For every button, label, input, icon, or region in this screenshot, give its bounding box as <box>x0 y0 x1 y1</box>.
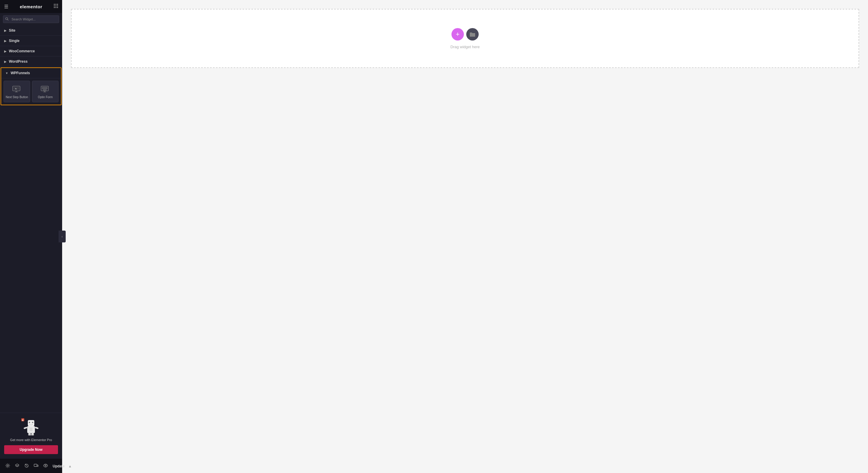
optin-form-icon <box>40 85 50 93</box>
section-woocommerce[interactable]: ▶ WooCommerce <box>0 46 62 57</box>
history-icon[interactable] <box>22 462 31 471</box>
svg-point-27 <box>29 422 30 423</box>
section-single-label: Single <box>9 39 20 43</box>
section-site[interactable]: ▶ Site <box>0 26 62 36</box>
canvas-drop-zone[interactable]: + Drag widget here <box>71 9 859 68</box>
bottom-toolbar: Update ▲ <box>0 459 62 473</box>
widget-search-area <box>0 13 62 26</box>
svg-rect-3 <box>54 6 55 6</box>
widget-next-step-button[interactable]: Next Step Button <box>4 81 30 102</box>
mascot-illustration: E <box>21 418 41 435</box>
svg-rect-19 <box>42 89 47 89</box>
add-widget-button[interactable]: + <box>452 28 464 40</box>
section-wordpress[interactable]: ▶ WordPress <box>0 57 62 67</box>
svg-rect-36 <box>30 428 33 428</box>
responsive-icon[interactable] <box>31 462 41 471</box>
svg-point-39 <box>7 465 8 467</box>
svg-rect-4 <box>55 6 56 6</box>
svg-rect-31 <box>35 427 39 429</box>
chevron-right-icon: ▶ <box>4 39 6 42</box>
update-button[interactable]: Update <box>50 462 67 470</box>
chevron-right-icon: ▶ <box>4 60 6 63</box>
section-wpfunnels-label: WPFunnels <box>11 71 30 75</box>
settings-icon[interactable] <box>3 462 12 471</box>
next-step-button-icon <box>12 85 22 93</box>
svg-rect-20 <box>43 90 46 91</box>
svg-point-43 <box>45 465 46 466</box>
chevron-right-icon: ▶ <box>4 50 6 53</box>
chevron-down-icon: ▼ <box>5 72 8 75</box>
svg-rect-30 <box>24 427 28 429</box>
add-section-button[interactable] <box>466 28 479 40</box>
svg-rect-18 <box>42 87 47 88</box>
widget-optin-form[interactable]: Optin Form <box>32 81 59 102</box>
section-wpfunnels-header[interactable]: ▼ WPFunnels <box>1 68 61 78</box>
section-single[interactable]: ▶ Single <box>0 36 62 46</box>
svg-rect-5 <box>57 6 58 6</box>
section-site-label: Site <box>9 28 16 33</box>
next-step-button-label: Next Step Button <box>6 95 28 99</box>
promo-text: Get more with Elementor Pro <box>10 438 52 442</box>
svg-rect-38 <box>30 430 33 431</box>
main-canvas: + Drag widget here <box>62 0 868 473</box>
svg-rect-41 <box>34 464 37 467</box>
search-input[interactable] <box>3 15 59 23</box>
collapse-arrow-icon: ‹ <box>62 235 62 238</box>
svg-point-28 <box>32 422 33 423</box>
section-woocommerce-label: WooCommerce <box>9 49 35 53</box>
section-wpfunnels: ▼ WPFunnels <box>1 67 62 105</box>
svg-rect-1 <box>55 4 56 5</box>
sidebar: ☰ elementor <box>0 0 62 473</box>
svg-text:E: E <box>22 419 24 421</box>
svg-rect-2 <box>57 4 58 5</box>
sidebar-collapse-toggle[interactable]: ‹ <box>59 231 66 242</box>
grid-menu-icon[interactable] <box>54 4 58 9</box>
brand-logo: elementor <box>20 4 42 9</box>
promo-section: E <box>0 413 62 459</box>
upgrade-now-button[interactable]: Upgrade Now <box>4 445 58 454</box>
svg-rect-7 <box>55 7 56 8</box>
svg-rect-8 <box>57 7 58 8</box>
svg-point-34 <box>28 434 31 435</box>
svg-rect-6 <box>54 7 55 8</box>
widget-sections: ▶ Site ▶ Single ▶ WooCommerce ▶ WordPres… <box>0 26 62 413</box>
svg-rect-37 <box>30 429 33 430</box>
preview-icon[interactable] <box>41 462 50 471</box>
hamburger-menu-icon[interactable]: ☰ <box>4 4 8 9</box>
svg-rect-42 <box>37 465 38 467</box>
chevron-right-icon: ▶ <box>4 29 6 32</box>
section-wordpress-label: WordPress <box>9 60 28 64</box>
optin-form-label: Optin Form <box>38 95 53 99</box>
sidebar-header: ☰ elementor <box>0 0 62 13</box>
wpfunnels-widget-grid: Next Step Button <box>1 78 61 105</box>
canvas-actions: + <box>452 28 479 40</box>
drag-widget-hint: Drag widget here <box>451 45 480 49</box>
svg-rect-0 <box>54 4 55 5</box>
svg-point-35 <box>31 434 34 435</box>
scroll-top-icon[interactable]: ▲ <box>67 463 73 469</box>
layers-icon[interactable] <box>12 462 22 471</box>
